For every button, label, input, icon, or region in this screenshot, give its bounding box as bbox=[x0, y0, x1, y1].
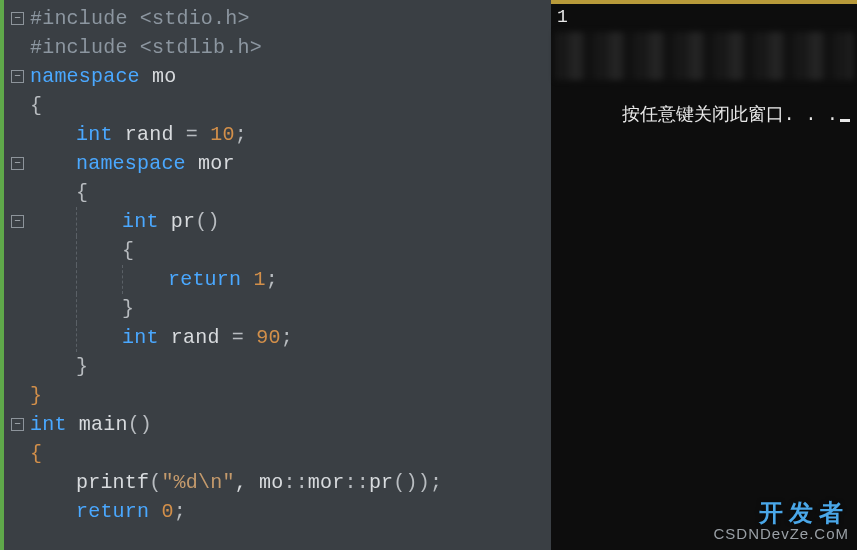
fold-toggle-icon[interactable] bbox=[11, 157, 24, 170]
code-token: pr bbox=[369, 471, 393, 494]
indent-guide bbox=[30, 207, 76, 236]
code-token: int bbox=[122, 210, 171, 233]
code-token: 10 bbox=[210, 123, 234, 146]
code-line[interactable]: #include <stdlib.h> bbox=[30, 33, 551, 62]
code-line[interactable]: } bbox=[30, 381, 551, 410]
code-token: <stdio.h> bbox=[140, 7, 250, 30]
code-token: { bbox=[30, 94, 42, 117]
code-line[interactable]: namespace mor bbox=[30, 149, 551, 178]
code-line[interactable]: int rand = 90; bbox=[30, 323, 551, 352]
console-output-line: 1 bbox=[551, 4, 857, 28]
code-token: { bbox=[76, 181, 88, 204]
code-token: } bbox=[76, 355, 88, 378]
indent-guide bbox=[76, 236, 122, 265]
indent-guide bbox=[30, 120, 76, 149]
code-token: int bbox=[30, 413, 79, 436]
indent-guide bbox=[30, 323, 76, 352]
code-token: mo bbox=[152, 65, 176, 88]
code-token: () bbox=[128, 413, 152, 436]
code-token: :: bbox=[344, 471, 368, 494]
console-redacted-region bbox=[555, 32, 853, 80]
code-line[interactable]: int rand = 10; bbox=[30, 120, 551, 149]
code-token: } bbox=[30, 384, 42, 407]
indent-guide bbox=[76, 265, 122, 294]
code-token: ; bbox=[174, 500, 186, 523]
code-line[interactable]: } bbox=[30, 352, 551, 381]
editor-code-area[interactable]: #include <stdio.h>#include <stdlib.h>nam… bbox=[28, 0, 551, 550]
code-token: { bbox=[30, 442, 42, 465]
fold-toggle-icon[interactable] bbox=[11, 418, 24, 431]
code-token: 90 bbox=[256, 326, 280, 349]
code-token: ; bbox=[266, 268, 278, 291]
code-line[interactable]: { bbox=[30, 91, 551, 120]
indent-guide bbox=[122, 265, 168, 294]
code-token: , mo bbox=[235, 471, 284, 494]
code-token: = bbox=[232, 326, 256, 349]
indent-guide bbox=[76, 207, 122, 236]
code-token: namespace bbox=[30, 65, 152, 88]
code-editor[interactable]: #include <stdio.h>#include <stdlib.h>nam… bbox=[0, 0, 551, 550]
indent-guide bbox=[30, 178, 76, 207]
code-token: { bbox=[122, 239, 134, 262]
indent-guide bbox=[30, 265, 76, 294]
code-token: = bbox=[186, 123, 210, 146]
app-root: #include <stdio.h>#include <stdlib.h>nam… bbox=[0, 0, 857, 550]
code-token: <stdlib.h> bbox=[140, 36, 262, 59]
indent-guide bbox=[30, 352, 76, 381]
indent-guide bbox=[30, 294, 76, 323]
code-token: #include bbox=[30, 7, 140, 30]
code-token: ; bbox=[430, 471, 442, 494]
fold-toggle-icon[interactable] bbox=[11, 215, 24, 228]
code-line[interactable]: int main() bbox=[30, 410, 551, 439]
code-token: 1 bbox=[253, 268, 265, 291]
indent-guide bbox=[76, 323, 122, 352]
code-token: ( bbox=[149, 471, 161, 494]
code-token: return bbox=[168, 268, 253, 291]
code-token: ()) bbox=[393, 471, 430, 494]
code-token: } bbox=[122, 297, 134, 320]
code-line[interactable]: return 0; bbox=[30, 497, 551, 526]
code-line[interactable]: } bbox=[30, 294, 551, 323]
code-line[interactable]: #include <stdio.h> bbox=[30, 4, 551, 33]
fold-toggle-icon[interactable] bbox=[11, 12, 24, 25]
indent-guide bbox=[76, 294, 122, 323]
code-token: rand bbox=[125, 123, 186, 146]
code-token: 0 bbox=[161, 500, 173, 523]
code-token: ; bbox=[281, 326, 293, 349]
code-token: int bbox=[122, 326, 171, 349]
console-cursor bbox=[840, 119, 850, 122]
editor-gutter[interactable] bbox=[0, 0, 28, 550]
code-token: main bbox=[79, 413, 128, 436]
console-prompt-text: 按任意键关闭此窗口. . . bbox=[622, 105, 838, 125]
code-token: () bbox=[195, 210, 219, 233]
indent-guide bbox=[30, 236, 76, 265]
code-token: int bbox=[76, 123, 125, 146]
code-token: printf bbox=[76, 471, 149, 494]
code-token: rand bbox=[171, 326, 232, 349]
code-token: "%d\n" bbox=[161, 471, 234, 494]
code-token: return bbox=[76, 500, 161, 523]
console-prompt-line: 按任意键关闭此窗口. . . bbox=[551, 80, 857, 148]
code-line[interactable]: { bbox=[30, 178, 551, 207]
indent-guide bbox=[30, 468, 76, 497]
code-line[interactable]: int pr() bbox=[30, 207, 551, 236]
indent-guide bbox=[30, 149, 76, 178]
code-token: mor bbox=[198, 152, 235, 175]
code-token: #include bbox=[30, 36, 140, 59]
code-line[interactable]: return 1; bbox=[30, 265, 551, 294]
code-token: mor bbox=[308, 471, 345, 494]
fold-toggle-icon[interactable] bbox=[11, 70, 24, 83]
code-line[interactable]: { bbox=[30, 439, 551, 468]
code-line[interactable]: { bbox=[30, 236, 551, 265]
code-token: :: bbox=[283, 471, 307, 494]
code-token: pr bbox=[171, 210, 195, 233]
indent-guide bbox=[30, 497, 76, 526]
code-token: ; bbox=[235, 123, 247, 146]
code-line[interactable]: printf("%d\n", mo::mor::pr()); bbox=[30, 468, 551, 497]
code-line[interactable]: namespace mo bbox=[30, 62, 551, 91]
code-token: namespace bbox=[76, 152, 198, 175]
console-panel[interactable]: 1 按任意键关闭此窗口. . . bbox=[551, 0, 857, 550]
